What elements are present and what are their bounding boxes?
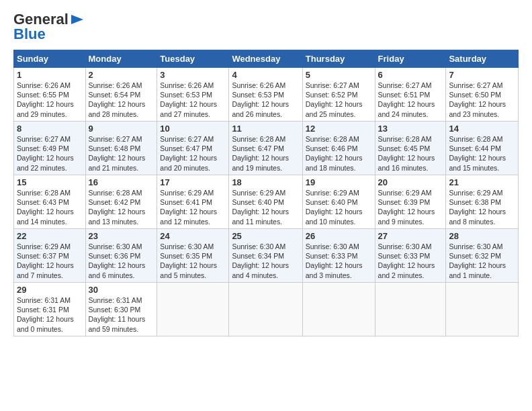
- calendar-cell: 21Sunrise: 6:29 AM Sunset: 6:38 PM Dayli…: [446, 175, 519, 229]
- weekday-header-wednesday: Wednesday: [229, 50, 302, 68]
- day-number: 3: [160, 70, 226, 80]
- cell-content: Sunrise: 6:26 AM Sunset: 6:53 PM Dayligh…: [232, 81, 299, 119]
- calendar-cell: 23Sunrise: 6:30 AM Sunset: 6:36 PM Dayli…: [85, 229, 157, 283]
- cell-content: Sunrise: 6:28 AM Sunset: 6:45 PM Dayligh…: [378, 134, 443, 173]
- calendar-cell: 22Sunrise: 6:29 AM Sunset: 6:37 PM Dayli…: [14, 229, 86, 283]
- cell-content: Sunrise: 6:27 AM Sunset: 6:47 PM Dayligh…: [160, 134, 226, 173]
- day-number: 28: [449, 231, 515, 241]
- calendar-cell: 10Sunrise: 6:27 AM Sunset: 6:47 PM Dayli…: [157, 122, 229, 175]
- day-number: 17: [160, 177, 226, 187]
- day-number: 7: [449, 70, 515, 80]
- cell-content: Sunrise: 6:30 AM Sunset: 6:33 PM Dayligh…: [378, 242, 443, 280]
- calendar-cell: [229, 283, 302, 336]
- day-number: 16: [89, 177, 154, 187]
- day-number: 24: [160, 231, 226, 241]
- calendar-cell: [446, 283, 519, 336]
- cell-content: Sunrise: 6:28 AM Sunset: 6:43 PM Dayligh…: [17, 188, 83, 226]
- calendar-cell: 5Sunrise: 6:27 AM Sunset: 6:52 PM Daylig…: [302, 68, 375, 122]
- day-number: 14: [449, 124, 515, 134]
- day-number: 11: [232, 124, 299, 134]
- calendar-cell: 7Sunrise: 6:27 AM Sunset: 6:50 PM Daylig…: [446, 68, 519, 122]
- day-number: 29: [17, 285, 83, 295]
- day-number: 15: [17, 177, 83, 187]
- day-number: 20: [378, 177, 443, 187]
- cell-content: Sunrise: 6:26 AM Sunset: 6:53 PM Dayligh…: [160, 81, 226, 119]
- day-number: 26: [306, 231, 372, 241]
- day-number: 12: [306, 124, 372, 134]
- day-number: 4: [232, 70, 299, 80]
- cell-content: Sunrise: 6:30 AM Sunset: 6:32 PM Dayligh…: [449, 242, 515, 280]
- cell-content: Sunrise: 6:27 AM Sunset: 6:48 PM Dayligh…: [89, 134, 154, 173]
- day-number: 19: [306, 177, 372, 187]
- calendar-cell: 11Sunrise: 6:28 AM Sunset: 6:47 PM Dayli…: [229, 122, 302, 175]
- day-number: 6: [378, 70, 443, 80]
- cell-content: Sunrise: 6:26 AM Sunset: 6:54 PM Dayligh…: [89, 81, 154, 119]
- week-row-2: 8Sunrise: 6:27 AM Sunset: 6:49 PM Daylig…: [14, 122, 519, 175]
- day-number: 21: [449, 177, 515, 187]
- logo-flag-icon: [70, 13, 85, 26]
- week-row-5: 29Sunrise: 6:31 AM Sunset: 6:31 PM Dayli…: [14, 283, 519, 336]
- calendar-cell: 8Sunrise: 6:27 AM Sunset: 6:49 PM Daylig…: [14, 122, 86, 175]
- calendar-cell: 1Sunrise: 6:26 AM Sunset: 6:55 PM Daylig…: [14, 68, 86, 122]
- cell-content: Sunrise: 6:29 AM Sunset: 6:39 PM Dayligh…: [378, 188, 443, 226]
- cell-content: Sunrise: 6:27 AM Sunset: 6:49 PM Dayligh…: [17, 134, 83, 173]
- cell-content: Sunrise: 6:26 AM Sunset: 6:55 PM Dayligh…: [17, 81, 83, 119]
- calendar-cell: 25Sunrise: 6:30 AM Sunset: 6:34 PM Dayli…: [229, 229, 302, 283]
- cell-content: Sunrise: 6:30 AM Sunset: 6:36 PM Dayligh…: [89, 242, 154, 280]
- calendar-cell: [157, 283, 229, 336]
- weekday-header-monday: Monday: [85, 50, 157, 68]
- day-number: 18: [232, 177, 299, 187]
- calendar-cell: 9Sunrise: 6:27 AM Sunset: 6:48 PM Daylig…: [85, 122, 157, 175]
- day-number: 10: [160, 124, 226, 134]
- calendar-cell: 27Sunrise: 6:30 AM Sunset: 6:33 PM Dayli…: [375, 229, 446, 283]
- cell-content: Sunrise: 6:28 AM Sunset: 6:42 PM Dayligh…: [89, 188, 154, 226]
- calendar-cell: 13Sunrise: 6:28 AM Sunset: 6:45 PM Dayli…: [375, 122, 446, 175]
- calendar-cell: 26Sunrise: 6:30 AM Sunset: 6:33 PM Dayli…: [302, 229, 375, 283]
- calendar-cell: 15Sunrise: 6:28 AM Sunset: 6:43 PM Dayli…: [14, 175, 86, 229]
- day-number: 13: [378, 124, 443, 134]
- cell-content: Sunrise: 6:29 AM Sunset: 6:37 PM Dayligh…: [17, 242, 83, 280]
- day-number: 27: [378, 231, 443, 241]
- calendar-cell: 4Sunrise: 6:26 AM Sunset: 6:53 PM Daylig…: [229, 68, 302, 122]
- cell-content: Sunrise: 6:28 AM Sunset: 6:44 PM Dayligh…: [449, 134, 515, 173]
- day-number: 25: [232, 231, 299, 241]
- weekday-header-thursday: Thursday: [302, 50, 375, 68]
- day-number: 1: [17, 70, 83, 80]
- day-number: 23: [89, 231, 154, 241]
- cell-content: Sunrise: 6:28 AM Sunset: 6:46 PM Dayligh…: [306, 134, 372, 173]
- weekday-header-saturday: Saturday: [446, 50, 519, 68]
- calendar-cell: 16Sunrise: 6:28 AM Sunset: 6:42 PM Dayli…: [85, 175, 157, 229]
- day-number: 5: [306, 70, 372, 80]
- svg-marker-0: [71, 15, 83, 24]
- calendar-cell: 29Sunrise: 6:31 AM Sunset: 6:31 PM Dayli…: [14, 283, 86, 336]
- calendar-cell: [375, 283, 446, 336]
- cell-content: Sunrise: 6:31 AM Sunset: 6:30 PM Dayligh…: [89, 295, 154, 334]
- cell-content: Sunrise: 6:29 AM Sunset: 6:41 PM Dayligh…: [160, 188, 226, 226]
- calendar-cell: 6Sunrise: 6:27 AM Sunset: 6:51 PM Daylig…: [375, 68, 446, 122]
- cell-content: Sunrise: 6:30 AM Sunset: 6:35 PM Dayligh…: [160, 242, 226, 280]
- calendar-cell: 3Sunrise: 6:26 AM Sunset: 6:53 PM Daylig…: [157, 68, 229, 122]
- cell-content: Sunrise: 6:29 AM Sunset: 6:40 PM Dayligh…: [232, 188, 299, 226]
- calendar-cell: 30Sunrise: 6:31 AM Sunset: 6:30 PM Dayli…: [85, 283, 157, 336]
- cell-content: Sunrise: 6:27 AM Sunset: 6:51 PM Dayligh…: [378, 81, 443, 119]
- week-row-1: 1Sunrise: 6:26 AM Sunset: 6:55 PM Daylig…: [14, 68, 519, 122]
- calendar-cell: 24Sunrise: 6:30 AM Sunset: 6:35 PM Dayli…: [157, 229, 229, 283]
- page: General Blue SundayMondayTuesdayWednesda…: [0, 0, 532, 343]
- header: General Blue: [13, 11, 519, 43]
- calendar-cell: 18Sunrise: 6:29 AM Sunset: 6:40 PM Dayli…: [229, 175, 302, 229]
- cell-content: Sunrise: 6:30 AM Sunset: 6:33 PM Dayligh…: [306, 242, 372, 280]
- week-row-3: 15Sunrise: 6:28 AM Sunset: 6:43 PM Dayli…: [14, 175, 519, 229]
- weekday-header-sunday: Sunday: [14, 50, 86, 68]
- cell-content: Sunrise: 6:27 AM Sunset: 6:52 PM Dayligh…: [306, 81, 372, 119]
- cell-content: Sunrise: 6:29 AM Sunset: 6:40 PM Dayligh…: [306, 188, 372, 226]
- weekday-header-friday: Friday: [375, 50, 446, 68]
- day-number: 30: [89, 285, 154, 295]
- cell-content: Sunrise: 6:31 AM Sunset: 6:31 PM Dayligh…: [17, 295, 83, 334]
- cell-content: Sunrise: 6:27 AM Sunset: 6:50 PM Dayligh…: [449, 81, 515, 119]
- calendar-cell: 20Sunrise: 6:29 AM Sunset: 6:39 PM Dayli…: [375, 175, 446, 229]
- weekday-header-row: SundayMondayTuesdayWednesdayThursdayFrid…: [14, 50, 519, 68]
- cell-content: Sunrise: 6:28 AM Sunset: 6:47 PM Dayligh…: [232, 134, 299, 173]
- calendar-cell: 28Sunrise: 6:30 AM Sunset: 6:32 PM Dayli…: [446, 229, 519, 283]
- calendar-cell: 17Sunrise: 6:29 AM Sunset: 6:41 PM Dayli…: [157, 175, 229, 229]
- calendar-cell: 12Sunrise: 6:28 AM Sunset: 6:46 PM Dayli…: [302, 122, 375, 175]
